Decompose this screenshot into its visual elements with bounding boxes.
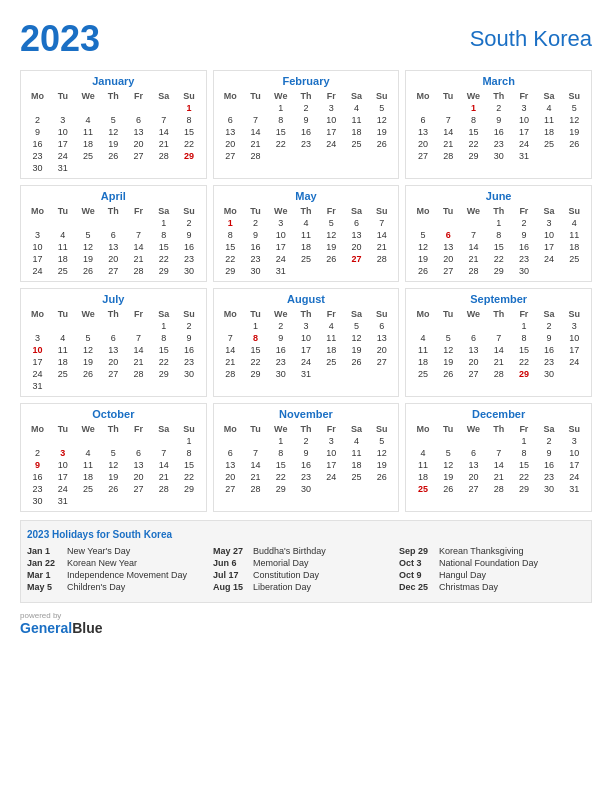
calendar-day: 15 (243, 344, 268, 356)
calendar-day: 14 (151, 459, 176, 471)
calendar-day: 25 (319, 356, 344, 368)
calendar-day: 11 (410, 344, 435, 356)
calendar-day: 16 (486, 126, 511, 138)
calendar-day: 17 (319, 126, 344, 138)
calendar-day: 24 (268, 253, 293, 265)
day-header: Sa (151, 205, 176, 217)
calendar-day: 25 (410, 368, 435, 380)
calendar-day: 23 (176, 356, 201, 368)
calendar-day (101, 435, 126, 447)
holiday-column: Sep 29Korean ThanksgivingOct 3National F… (399, 546, 585, 594)
holiday-entry: Oct 3National Foundation Day (399, 558, 577, 568)
calendar-day: 3 (319, 102, 344, 114)
calendar-day: 3 (562, 320, 587, 332)
calendar-day (537, 265, 562, 277)
holiday-entry: Jan 22Korean New Year (27, 558, 205, 568)
calendar-day: 2 (537, 435, 562, 447)
calendar-day: 2 (293, 435, 318, 447)
calendar-day (25, 217, 50, 229)
calendar-day: 24 (562, 471, 587, 483)
day-header: Th (486, 90, 511, 102)
calendar-day: 6 (218, 447, 243, 459)
calendar-day: 11 (293, 229, 318, 241)
calendar-day: 5 (436, 332, 461, 344)
calendar-day (218, 102, 243, 114)
calendar-day: 3 (537, 217, 562, 229)
calendar-day: 16 (268, 344, 293, 356)
calendar-day: 18 (319, 344, 344, 356)
page: 2023 South Korea JanuaryMoTuWeThFrSaSu12… (0, 0, 612, 792)
calendar-day: 23 (176, 253, 201, 265)
calendar-day: 3 (562, 435, 587, 447)
calendar-day: 5 (562, 102, 587, 114)
calendar-day: 17 (268, 241, 293, 253)
day-header: Fr (126, 90, 151, 102)
calendar-day: 17 (319, 459, 344, 471)
calendar-day (486, 435, 511, 447)
calendar-day: 9 (537, 447, 562, 459)
calendar-day: 22 (511, 471, 536, 483)
calendar-day: 11 (562, 229, 587, 241)
day-header: Su (562, 423, 587, 435)
calendar-day: 6 (410, 114, 435, 126)
calendar-day: 25 (75, 150, 100, 162)
calendar-day (101, 495, 126, 507)
month-name: November (218, 408, 395, 420)
calendar-day: 1 (218, 217, 243, 229)
calendar-day: 6 (461, 447, 486, 459)
calendar-day: 4 (75, 447, 100, 459)
month-block-august: AugustMoTuWeThFrSaSu12345678910111213141… (213, 288, 400, 397)
calendar-day: 17 (50, 138, 75, 150)
holiday-name: Hangul Day (439, 570, 486, 580)
calendar-day: 9 (25, 126, 50, 138)
calendar-day: 29 (218, 265, 243, 277)
calendar-day: 3 (319, 435, 344, 447)
calendar-day: 20 (101, 356, 126, 368)
calendar-day: 20 (218, 138, 243, 150)
calendar-day: 22 (243, 356, 268, 368)
calendar-day: 27 (461, 483, 486, 495)
footer: powered by GeneralBlue (20, 611, 592, 636)
day-header: Mo (410, 205, 435, 217)
calendar-day: 18 (75, 471, 100, 483)
calendar-day: 6 (461, 332, 486, 344)
calendar-day: 19 (562, 126, 587, 138)
calendar-day: 21 (243, 471, 268, 483)
calendar-day: 20 (436, 253, 461, 265)
day-header: Tu (243, 423, 268, 435)
calendar-day: 10 (50, 459, 75, 471)
calendar-day: 31 (268, 265, 293, 277)
holiday-column: May 27Buddha's BirthdayJun 6Memorial Day… (213, 546, 399, 594)
calendar-day: 26 (410, 265, 435, 277)
calendar-day: 19 (436, 471, 461, 483)
day-header: Tu (50, 423, 75, 435)
holiday-entry: Jul 17Constitution Day (213, 570, 391, 580)
calendar-day: 27 (101, 368, 126, 380)
day-header: Sa (344, 205, 369, 217)
calendar-day: 11 (50, 241, 75, 253)
day-header: We (268, 423, 293, 435)
calendar-day: 18 (410, 356, 435, 368)
calendar-day: 8 (511, 332, 536, 344)
day-header: Tu (243, 308, 268, 320)
calendar-day (75, 162, 100, 174)
calendar-day: 3 (25, 332, 50, 344)
calendar-day: 21 (218, 356, 243, 368)
day-header: We (75, 90, 100, 102)
month-name: July (25, 293, 202, 305)
calendar-day: 16 (537, 344, 562, 356)
month-block-february: FebruaryMoTuWeThFrSaSu123456789101112131… (213, 70, 400, 179)
month-table: MoTuWeThFrSaSu12345678910111213141516171… (218, 423, 395, 495)
day-header: Fr (511, 205, 536, 217)
calendar-day: 28 (461, 265, 486, 277)
holiday-entry: May 5Children's Day (27, 582, 205, 592)
calendar-day: 19 (344, 344, 369, 356)
calendar-day: 24 (319, 471, 344, 483)
month-block-september: SeptemberMoTuWeThFrSaSu12345678910111213… (405, 288, 592, 397)
holiday-date: Oct 3 (399, 558, 435, 568)
day-header: Fr (319, 90, 344, 102)
calendar-day (293, 150, 318, 162)
holiday-name: Independence Movement Day (67, 570, 187, 580)
calendar-day: 6 (101, 229, 126, 241)
calendar-day (436, 217, 461, 229)
